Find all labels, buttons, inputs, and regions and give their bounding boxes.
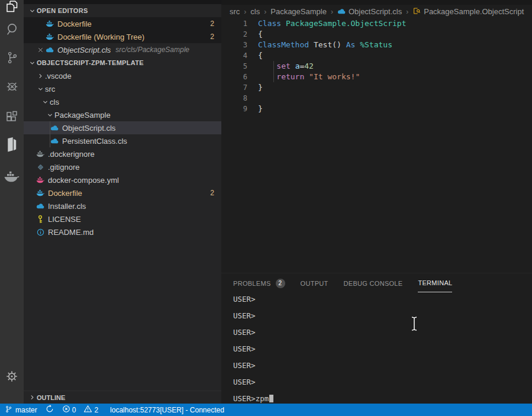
code-token: "It works!" xyxy=(309,72,360,81)
panel-tab-bar: PROBLEMS2OUTPUTDEBUG CONSOLETERMINAL xyxy=(221,274,532,292)
code-line[interactable]: 9} xyxy=(221,104,532,114)
panel-tab-output[interactable]: OUTPUT xyxy=(301,274,328,292)
code-line[interactable]: 1Class PackageSample.ObjectScript xyxy=(221,18,532,29)
sync-changes-button[interactable] xyxy=(41,404,58,416)
tree-item-label: .dockerignore xyxy=(48,150,95,159)
code-line[interactable]: 7} xyxy=(221,82,532,93)
terminal-line: USER> xyxy=(233,291,532,308)
terminal-cursor xyxy=(269,395,273,402)
code-token: return xyxy=(276,72,309,81)
tree-item-label: PersistentClass.cls xyxy=(62,137,127,146)
activity-bar-item-run-and-debug[interactable] xyxy=(0,76,24,99)
vscode-window: OPEN EDITORSDockerfile2Dockerfile (Worki… xyxy=(0,0,532,416)
line-number: 7 xyxy=(221,82,247,93)
code-line[interactable]: 4{ xyxy=(221,50,532,61)
tree-item[interactable]: ObjectScript.cls xyxy=(24,121,221,134)
code-line[interactable]: 5 set a=42 xyxy=(221,61,532,72)
tree-item-label: Dockerfile xyxy=(48,189,82,198)
code-line[interactable]: 8 xyxy=(221,93,532,104)
editor-area[interactable]: src›cls›PackageSample›ObjectScript.cls›P… xyxy=(221,0,532,273)
code-token: As xyxy=(341,40,360,49)
problems-status[interactable]: 02 xyxy=(58,404,102,416)
breadcrumb-label: cls xyxy=(250,7,260,16)
code-line[interactable]: 3ClassMethod Test() As %Status xyxy=(221,40,532,50)
terminal[interactable]: USER>USER>USER>USER>USER>USER>USER>zpm xyxy=(233,291,532,404)
tree-item[interactable]: .dockerignore xyxy=(24,147,221,160)
tree-item[interactable]: PersistentClass.cls xyxy=(24,134,221,147)
terminal-line: USER> xyxy=(233,341,532,357)
terminal-command: zpm xyxy=(256,394,269,403)
sidebar-section-open-editors[interactable]: OPEN EDITORS xyxy=(24,4,221,17)
server-connection-status[interactable]: localhost:52773[USER] - Connected xyxy=(106,404,228,416)
panel-tab-problems[interactable]: PROBLEMS2 xyxy=(233,274,285,292)
key-yellow-icon xyxy=(36,215,45,224)
tree-item[interactable]: Dockerfile2 xyxy=(24,186,221,199)
code-token: Class xyxy=(258,19,286,28)
breadcrumb: src›cls›PackageSample›ObjectScript.cls›P… xyxy=(221,5,532,18)
tree-item[interactable]: cls xyxy=(24,95,221,108)
tree-item[interactable]: PackageSample xyxy=(24,108,221,121)
activity-bar-item-intersystems-objectscript[interactable] xyxy=(0,134,24,158)
sidebar-section-root-folder[interactable]: OBJECTSCRIPT-ZPM-TEMPLATE xyxy=(24,56,221,69)
connection-label: localhost:52773[USER] - Connected xyxy=(110,406,224,414)
explorer-icon xyxy=(5,0,19,17)
tree-item[interactable]: LICENSE xyxy=(24,212,221,225)
panel-tab-debug-console[interactable]: DEBUG CONSOLE xyxy=(344,274,403,292)
breadcrumb-item[interactable]: PackageSample.ObjectScript xyxy=(412,7,524,17)
breadcrumb-item[interactable]: ObjectScript.cls xyxy=(337,7,402,16)
section-title: OUTLINE xyxy=(37,394,65,401)
activity-bar-item-search[interactable] xyxy=(0,18,24,42)
code-token: set xyxy=(276,62,295,70)
code-token: PackageSample.ObjectScript xyxy=(286,19,407,28)
open-editor-item[interactable]: Dockerfile (Working Tree)2 xyxy=(24,30,221,43)
code-token: %Status xyxy=(360,40,392,49)
tree-indent-guide xyxy=(50,121,50,147)
problems-count-badge: 2 xyxy=(276,279,285,288)
tree-item[interactable]: docker-compose.yml xyxy=(24,173,221,186)
breadcrumb-separator: › xyxy=(406,8,408,16)
code-token: Test() xyxy=(314,40,341,49)
breadcrumb-item[interactable]: src xyxy=(230,7,240,16)
breadcrumb-item[interactable]: PackageSample xyxy=(270,7,327,16)
run-and-debug-icon xyxy=(5,79,20,96)
activity-bar xyxy=(0,0,24,404)
git-branch-status[interactable]: master xyxy=(0,404,41,416)
breadcrumb-label: ObjectScript.cls xyxy=(349,7,402,16)
intersystems-objectscript-icon xyxy=(5,136,18,156)
cloud-blue-icon xyxy=(50,125,59,131)
activity-bar-item-settings[interactable] xyxy=(0,366,24,389)
tree-item-label: cls xyxy=(50,98,59,107)
sidebar-top-strip xyxy=(24,0,221,4)
activity-bar-item-docker[interactable] xyxy=(0,166,24,190)
line-number: 5 xyxy=(221,61,247,72)
breadcrumb-label: PackageSample.ObjectScript xyxy=(424,7,524,16)
close-editor-button[interactable] xyxy=(36,47,45,53)
tree-item[interactable]: Installer.cls xyxy=(24,199,221,212)
editor-top-strip xyxy=(221,0,532,5)
tree-item[interactable]: .gitignore xyxy=(24,160,221,173)
error-icon xyxy=(62,405,70,415)
activity-bar-item-explorer[interactable] xyxy=(0,0,24,20)
line-content: { xyxy=(258,50,263,61)
terminal-line: USER> xyxy=(233,308,532,324)
open-editor-label: ObjectScript.cls xyxy=(57,46,111,54)
code-editor[interactable]: 1Class PackageSample.ObjectScript2{3Clas… xyxy=(221,18,532,114)
activity-bar-item-extensions[interactable] xyxy=(0,107,24,130)
code-line[interactable]: 2{ xyxy=(221,29,532,40)
panel-tab-terminal[interactable]: TERMINAL xyxy=(418,274,452,292)
tree-item[interactable]: src xyxy=(24,82,221,95)
open-editor-item[interactable]: ObjectScript.clssrc/cls/PackageSample xyxy=(24,43,221,56)
sidebar-section-outline[interactable]: OUTLINE xyxy=(24,391,221,404)
activity-bar-item-source-control[interactable] xyxy=(0,47,24,70)
code-line[interactable]: 6 return "It works!" xyxy=(221,72,532,82)
open-editor-path: src/cls/PackageSample xyxy=(115,46,189,54)
tree-item-label: .vscode xyxy=(45,72,72,80)
tree-item[interactable]: README.md xyxy=(24,225,221,238)
breadcrumb-item[interactable]: cls xyxy=(250,7,260,16)
tree-item[interactable]: .vscode xyxy=(24,69,221,82)
terminal-line: USER> xyxy=(233,324,532,341)
modified-count-badge: 2 xyxy=(210,189,214,197)
tree-item-label: src xyxy=(45,85,55,93)
open-editor-item[interactable]: Dockerfile2 xyxy=(24,17,221,30)
terminal-prompt-line: USER>zpm xyxy=(233,391,532,404)
